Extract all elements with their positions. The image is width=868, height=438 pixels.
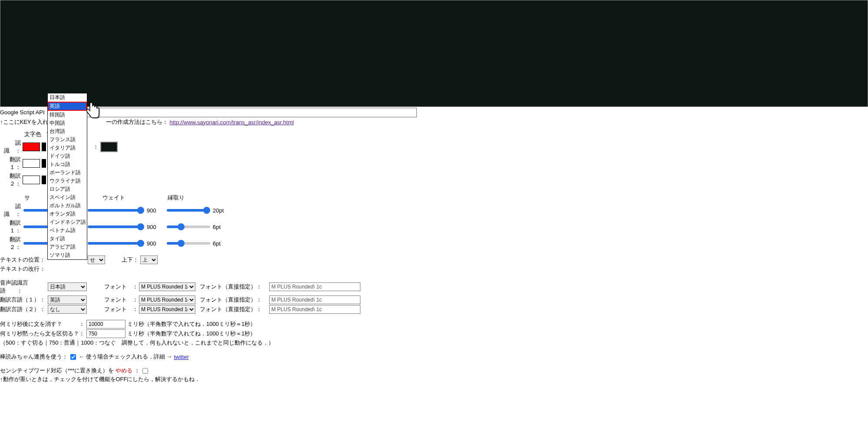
font-label-0: フォント ：	[104, 283, 139, 291]
slider-row-t1: 翻訳１：	[0, 219, 21, 235]
text-color-t1[interactable]	[23, 159, 40, 168]
lang-option[interactable]: ソマリ語	[48, 251, 87, 259]
outline-slider-t2[interactable]	[167, 242, 210, 245]
lang-option[interactable]: イタリア語	[48, 144, 87, 152]
lang-option[interactable]: スペイン語	[48, 193, 87, 202]
lang-option[interactable]: ウクライナ語	[48, 177, 87, 185]
lang-option[interactable]: ロシア語	[48, 185, 87, 193]
lang-option[interactable]: 英語	[48, 102, 87, 111]
lang-option[interactable]: 台湾語	[48, 127, 87, 136]
api-label: Google Script API：	[0, 109, 50, 116]
preview-area	[0, 0, 868, 107]
language-dropdown-popup[interactable]: 日本語英語韓国語中国語台湾語フランス語イタリア語ドイツ語トルコ語ポーランド語ウク…	[47, 93, 87, 260]
outline-slider-t1[interactable]	[167, 226, 210, 228]
lang-option[interactable]: 韓国語	[48, 111, 87, 119]
font-select-0[interactable]: M PLUS Rounded 1c	[139, 282, 195, 291]
split-ms-input[interactable]	[86, 329, 125, 338]
lang-option[interactable]: オランダ語	[48, 210, 87, 218]
lang-option[interactable]: タイ語	[48, 235, 87, 243]
weight-val-t2: 900	[147, 240, 164, 247]
font-label-2: フォント ：	[104, 305, 139, 313]
text-color-recognition[interactable]	[23, 143, 40, 151]
api-key-input[interactable]	[52, 108, 417, 117]
font-direct-input-1[interactable]	[269, 295, 360, 304]
text-color-t2[interactable]	[23, 176, 40, 184]
outline-slider-recognition[interactable]	[167, 209, 210, 212]
weight-slider-t1[interactable]	[88, 226, 144, 228]
api-help-link[interactable]: http://www.sayonari.com/trans_asr/index_…	[170, 119, 294, 126]
weight-slider-t2[interactable]	[88, 242, 144, 245]
text-position-label: テキストの位置：	[0, 256, 45, 264]
font-direct-label-0: フォント（直接指定）：	[200, 283, 269, 291]
split-label: 何ミリ秒黙ったら文を区切る？：	[0, 330, 85, 338]
t2-lang-label: 翻訳言語（２）：	[0, 305, 48, 313]
font-select-2[interactable]: M PLUS Rounded 1c	[139, 305, 195, 314]
font-direct-label-1: フォント（直接指定）：	[200, 296, 269, 304]
boyomi-label: 棒読みちゃん連携を使う：	[0, 353, 68, 361]
lang-option[interactable]: ポルトガル語	[48, 202, 87, 210]
text-wrap-label: テキストの改行：	[0, 265, 45, 273]
text-align-select[interactable]: せ	[88, 256, 105, 264]
erase-ms-input[interactable]	[86, 320, 125, 328]
sensitive-prefix: センシティブワード対応（***に置き換え）を	[0, 367, 114, 375]
erase-label: 何ミリ秒後に文を消す？ ：	[0, 320, 85, 328]
outline-val-recognition: 20pt	[213, 207, 230, 214]
header-text-color: 文字色	[24, 130, 46, 138]
font-label-1: フォント ：	[104, 296, 139, 304]
row-label-translation2: 翻訳２：	[0, 172, 21, 188]
slider-row-t2: 翻訳２：	[0, 236, 21, 251]
sensitive-hint: ↑動作が重いときは，チェックを付けて機能をOFFにしたら，解決するかもね．	[0, 375, 201, 383]
t1-lang-select[interactable]: 英語	[48, 295, 87, 304]
timing-hint: （500：すぐ切る｜750：普通｜1000：つなぐ 調整して．何も入れないと，こ…	[0, 339, 274, 347]
header-weight: ウェイト	[89, 194, 155, 202]
text-vertical-select[interactable]: 上	[140, 256, 158, 264]
lang-option[interactable]: インドネシア語	[48, 218, 87, 226]
lang-option[interactable]: 日本語	[48, 93, 87, 102]
updown-label: 上下：	[122, 256, 139, 264]
sensitive-suffix: ：	[134, 367, 140, 375]
erase-note: ミリ秒（半角数字で入れてね．1000ミリ秒＝1秒）	[127, 320, 256, 328]
weight-val-recognition: 900	[147, 207, 164, 214]
lang-option[interactable]: フランス語	[48, 136, 87, 144]
lang-option[interactable]: アラビア語	[48, 243, 87, 251]
header-outline: 縁取り	[155, 194, 220, 202]
lang-option[interactable]: ベトナム語	[48, 226, 87, 235]
sensitive-checkbox[interactable]	[142, 368, 148, 374]
bg-color-label: ：	[93, 143, 99, 151]
lang-option[interactable]: トルコ語	[48, 160, 87, 169]
asr-lang-label: 音声認識言語 ：	[0, 279, 48, 295]
outline-color-t1[interactable]	[42, 159, 46, 168]
t1-lang-label: 翻訳言語（１）：	[0, 296, 48, 304]
bg-color-swatch[interactable]	[100, 142, 118, 152]
lang-option[interactable]: 中国語	[48, 119, 87, 127]
outline-color-t2[interactable]	[42, 176, 46, 184]
api-note-prefix: ↑ここにKEYを入れ	[0, 118, 48, 126]
boyomi-note: ← 使う場合チェック入れる．詳細 →	[79, 353, 172, 361]
outline-color-recognition[interactable]	[42, 143, 46, 151]
outline-val-t1: 6pt	[213, 224, 230, 230]
weight-slider-recognition[interactable]	[88, 209, 144, 212]
boyomi-checkbox[interactable]	[70, 354, 76, 360]
row-label-translation1: 翻訳１：	[0, 156, 21, 171]
row-label-recognition: 認識 ：	[0, 139, 21, 155]
t2-lang-select[interactable]: なし	[48, 305, 87, 314]
sensitive-stop: やめる	[116, 367, 132, 375]
api-note-suffix: ーの作成方法はこちら：	[106, 118, 168, 126]
font-direct-input-2[interactable]	[269, 305, 360, 314]
lang-option[interactable]: ドイツ語	[48, 152, 87, 160]
lang-option[interactable]: ポーランド語	[48, 169, 87, 177]
asr-lang-select[interactable]: 日本語	[48, 282, 87, 291]
font-direct-input-0[interactable]	[269, 282, 360, 291]
split-note: ミリ秒（半角数字で入れてね．1000ミリ秒＝1秒）	[127, 330, 256, 338]
font-direct-label-2: フォント（直接指定）：	[200, 305, 269, 313]
slider-row-recognition: 認識 ：	[0, 202, 21, 218]
font-select-1[interactable]: M PLUS Rounded 1c	[139, 295, 195, 304]
weight-val-t1: 900	[147, 224, 164, 230]
boyomi-link[interactable]: twitter	[174, 354, 189, 360]
outline-val-t2: 6pt	[213, 240, 230, 247]
